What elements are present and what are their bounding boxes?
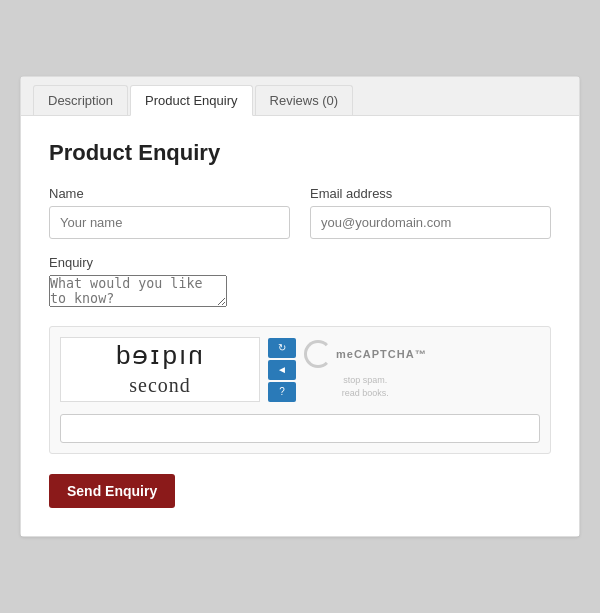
enquiry-label: Enquiry <box>49 255 551 270</box>
captcha-inner: pəɪbıu second ↻ ◄ ? meCAPTCHA™ <box>60 337 540 443</box>
name-label: Name <box>49 186 290 201</box>
name-input[interactable] <box>49 206 290 239</box>
captcha-refresh-button[interactable]: ↻ <box>268 338 296 358</box>
page-title: Product Enquiry <box>49 140 551 166</box>
mecaptcha-c-icon <box>304 340 332 368</box>
captcha-input-wrapper <box>60 408 540 443</box>
captcha-controls: ↻ ◄ ? <box>268 338 296 402</box>
captcha-section: pəɪbıu second ↻ ◄ ? meCAPTCHA™ <box>49 326 551 454</box>
captcha-text-2: second <box>129 374 191 397</box>
enquiry-textarea[interactable] <box>49 275 227 307</box>
captcha-right: meCAPTCHA™ stop spam. read books. <box>304 340 427 399</box>
tab-product-enquiry[interactable]: Product Enquiry <box>130 85 253 116</box>
mecaptcha-label: meCAPTCHA™ <box>336 348 427 360</box>
captcha-help-button[interactable]: ? <box>268 382 296 402</box>
product-card: Description Product Enquiry Reviews (0) … <box>20 76 580 537</box>
name-group: Name <box>49 186 290 239</box>
captcha-audio-button[interactable]: ◄ <box>268 360 296 380</box>
captcha-text-1: pəɪbıu <box>116 343 205 374</box>
mecaptcha-logo: meCAPTCHA™ <box>304 340 427 368</box>
email-group: Email address <box>310 186 551 239</box>
email-input[interactable] <box>310 206 551 239</box>
name-email-row: Name Email address <box>49 186 551 239</box>
send-enquiry-button[interactable]: Send Enquiry <box>49 474 175 508</box>
tab-bar: Description Product Enquiry Reviews (0) <box>21 77 579 116</box>
captcha-top-row: pəɪbıu second ↻ ◄ ? meCAPTCHA™ <box>60 337 540 402</box>
tab-content: Product Enquiry Name Email address Enqui… <box>21 116 579 536</box>
tab-reviews[interactable]: Reviews (0) <box>255 85 354 115</box>
mecaptcha-sub: stop spam. read books. <box>342 374 389 399</box>
email-label: Email address <box>310 186 551 201</box>
enquiry-group: Enquiry <box>49 255 551 310</box>
captcha-input[interactable] <box>60 414 540 443</box>
captcha-image: pəɪbıu second <box>60 337 260 402</box>
tab-description[interactable]: Description <box>33 85 128 115</box>
